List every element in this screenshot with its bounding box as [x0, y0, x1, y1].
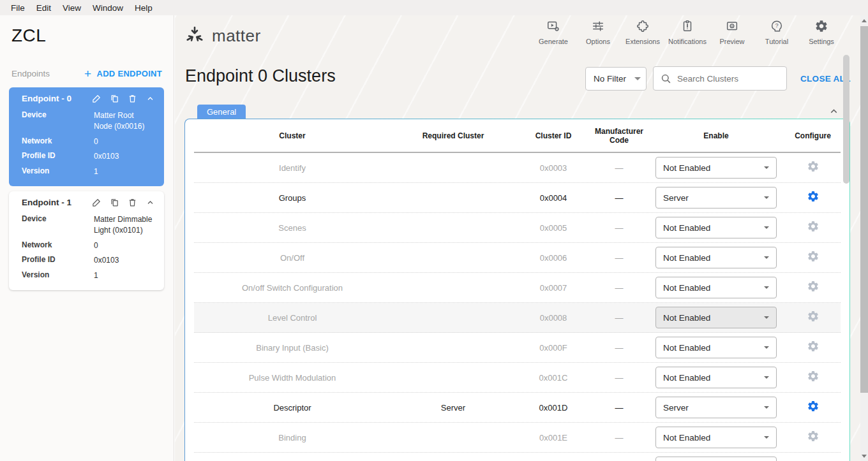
chevron-down-icon: [764, 256, 769, 259]
toolbar-label: Settings: [809, 38, 834, 45]
enable-select[interactable]: Not Enabled: [655, 247, 777, 268]
add-endpoint-button[interactable]: + ADD ENDPOINT: [84, 68, 162, 80]
add-endpoint-label: ADD ENDPOINT: [96, 69, 162, 78]
configure-gear-icon[interactable]: [807, 280, 819, 295]
cluster-row: Level Control0x0008—Not Enabled: [194, 303, 841, 333]
cluster-row: Scenes0x0005—Not Enabled: [194, 213, 841, 243]
window-scrollbar-thumb[interactable]: [860, 26, 868, 393]
configure-gear-icon[interactable]: [807, 340, 819, 355]
delete-icon[interactable]: [128, 198, 137, 207]
enable-value: Server: [663, 403, 764, 413]
cluster-id: 0x001D: [516, 403, 591, 413]
delete-icon[interactable]: [128, 94, 137, 103]
cluster-row: Pulse Width Modulation0x001C—Not Enabled: [194, 363, 841, 393]
manufacturer-code: —: [591, 163, 647, 173]
menu-edit[interactable]: Edit: [31, 3, 57, 13]
endpoint-title: Endpoint - 1: [22, 198, 92, 207]
configure-gear-icon[interactable]: [807, 220, 819, 235]
enable-select[interactable]: Not Enabled: [655, 337, 777, 358]
cluster-row: DescriptorServer0x001D—Server: [194, 393, 841, 423]
enable-value: Not Enabled: [663, 253, 764, 263]
enable-select[interactable]: Not Enabled: [655, 307, 777, 328]
settings-icon: [814, 19, 828, 36]
content-scrollbar-thumb[interactable]: [843, 55, 849, 184]
sidebar: ZCL Endpoints + ADD ENDPOINT Endpoint - …: [0, 15, 174, 461]
cluster-name: Descriptor: [194, 403, 391, 413]
enable-value: Not Enabled: [663, 223, 764, 233]
collapse-icon[interactable]: [146, 198, 155, 207]
manufacturer-code: —: [591, 313, 647, 323]
menu-help[interactable]: Help: [129, 3, 158, 13]
edit-icon[interactable]: [92, 94, 101, 103]
configure-gear-icon[interactable]: [807, 430, 819, 445]
field-label: Profile ID: [22, 151, 94, 162]
cluster-row: Groups0x0004—Server: [194, 183, 841, 213]
chevron-down-icon: [764, 286, 769, 289]
cluster-id: 0x0003: [516, 163, 591, 173]
enable-select[interactable]: Not Enabled: [655, 277, 777, 298]
menu-file[interactable]: File: [5, 3, 31, 13]
enable-select[interactable]: Not Enabled: [655, 157, 777, 179]
toolbar-label: Generate: [539, 38, 568, 45]
app-menu-bar: FileEditViewWindowHelp: [0, 0, 868, 15]
enable-value: Not Enabled: [663, 373, 764, 383]
cluster-name: On/Off: [194, 253, 391, 263]
cluster-id: 0x0008: [516, 313, 591, 323]
scroll-down-arrow-icon[interactable]: [862, 455, 867, 458]
edit-icon[interactable]: [92, 198, 101, 207]
configure-gear-icon[interactable]: [807, 190, 819, 205]
enable-value: Not Enabled: [663, 163, 764, 173]
search-box[interactable]: [653, 66, 787, 91]
enable-value: Not Enabled: [663, 283, 764, 293]
copy-icon[interactable]: [110, 198, 119, 207]
copy-icon[interactable]: [110, 94, 119, 103]
enable-select[interactable]: Not Enabled: [655, 367, 777, 388]
enable-select[interactable]: Not Enabled: [655, 427, 777, 448]
enable-select[interactable]: Server: [655, 397, 777, 418]
svg-text:?: ?: [775, 22, 778, 29]
toolbar-settings-button[interactable]: Settings: [799, 19, 844, 45]
filter-dropdown[interactable]: No Filter: [585, 67, 647, 91]
tab-general[interactable]: General: [197, 105, 246, 120]
cluster-id: 0x0006: [516, 253, 591, 263]
toolbar-options-button[interactable]: Options: [576, 19, 620, 45]
endpoints-label: Endpoints: [11, 69, 50, 78]
toolbar-tutorial-button[interactable]: ?Tutorial: [754, 19, 799, 45]
configure-gear-icon[interactable]: [807, 160, 819, 175]
cluster-name: On/off Switch Configuration: [194, 283, 391, 293]
configure-gear-icon[interactable]: [807, 370, 819, 385]
configure-gear-icon[interactable]: [807, 400, 819, 415]
collapse-icon[interactable]: [146, 94, 155, 103]
preview-icon: [725, 19, 739, 36]
column-header: Configure: [785, 131, 841, 140]
menu-view[interactable]: View: [57, 3, 87, 13]
enable-select[interactable]: [655, 457, 777, 461]
field-value: 0x0103: [94, 151, 158, 162]
toolbar-preview-button[interactable]: Preview: [710, 19, 754, 45]
window-scrollbar[interactable]: [860, 15, 868, 461]
column-header: Cluster ID: [516, 131, 591, 140]
cluster-id: 0x0005: [516, 223, 591, 233]
toolbar-extensions-button[interactable]: Extensions: [620, 19, 665, 45]
manufacturer-code: —: [591, 373, 647, 383]
collapse-all-chevron-up-icon[interactable]: [828, 106, 839, 119]
cluster-row: Identify0x0003—Not Enabled: [194, 153, 841, 183]
endpoint-card[interactable]: Endpoint - 0DeviceMatter Root Node (0x00…: [9, 87, 164, 186]
cluster-name: Identify: [194, 163, 391, 173]
configure-gear-icon[interactable]: [807, 250, 819, 265]
toolbar-label: Tutorial: [765, 38, 788, 45]
scroll-up-arrow-icon[interactable]: [862, 19, 867, 22]
search-input[interactable]: [677, 74, 773, 84]
manufacturer-code: —: [591, 343, 647, 353]
cluster-row: On/Off0x0006—Not Enabled: [194, 243, 841, 273]
enable-select[interactable]: Not Enabled: [655, 217, 777, 238]
toolbar-notifications-button[interactable]: Notifications: [665, 19, 710, 45]
enable-select[interactable]: Server: [655, 187, 777, 209]
chevron-down-icon: [764, 346, 769, 349]
cluster-table-card: ClusterRequired ClusterCluster IDManufac…: [184, 119, 850, 461]
menu-window[interactable]: Window: [87, 3, 129, 13]
configure-gear-icon[interactable]: [807, 310, 819, 325]
field-label: Version: [22, 270, 94, 281]
endpoint-card[interactable]: Endpoint - 1DeviceMatter Dimmable Light …: [9, 191, 164, 290]
toolbar-generate-button[interactable]: Generate: [531, 19, 576, 45]
